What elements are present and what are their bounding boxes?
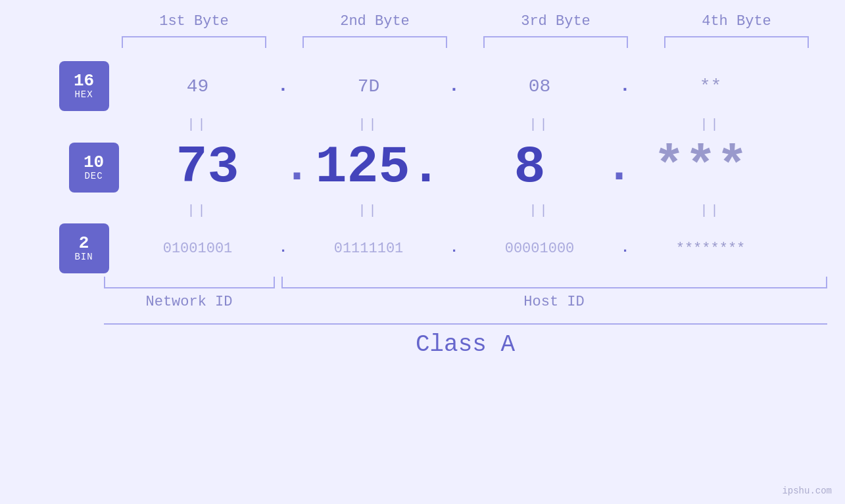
bin-badge-num: 2 bbox=[79, 235, 89, 252]
bin-dot3: . bbox=[616, 241, 635, 256]
dec-b3: 8 bbox=[454, 137, 606, 197]
hex-b1: 49 bbox=[122, 76, 274, 97]
hex-b3: 08 bbox=[464, 76, 616, 97]
byte2-header: 2nd Byte bbox=[299, 13, 450, 30]
dec-b1: 73 bbox=[132, 137, 283, 197]
bin-badge: 2 BIN bbox=[59, 223, 109, 273]
bin-b2: 01111101 bbox=[293, 241, 445, 257]
bottom-brackets bbox=[104, 277, 827, 288]
bracket-1 bbox=[122, 36, 266, 48]
dec-dot3: . bbox=[606, 145, 625, 191]
hex-badge-num: 16 bbox=[74, 72, 94, 89]
hex-dot2: . bbox=[445, 77, 464, 95]
dec-badge-num: 10 bbox=[84, 154, 104, 171]
eq2-b3: || bbox=[464, 203, 616, 218]
dec-b2: 125. bbox=[303, 137, 454, 197]
class-label: Class A bbox=[104, 331, 827, 358]
bottom-area: Network ID Host ID bbox=[104, 277, 827, 310]
eq2-b1: || bbox=[122, 203, 274, 218]
bin-b3: 00001000 bbox=[464, 241, 616, 257]
bin-row: 2 BIN 01001001 . 01111101 . 00001000 . *… bbox=[59, 223, 786, 273]
network-id-label: Network ID bbox=[104, 294, 275, 310]
byte3-header: 3rd Byte bbox=[480, 13, 631, 30]
bracket-3 bbox=[483, 36, 628, 48]
bin-b1: 01001001 bbox=[122, 241, 274, 257]
bin-badge-label: BIN bbox=[74, 252, 93, 262]
class-line bbox=[104, 323, 827, 325]
eq2-b4: || bbox=[635, 203, 786, 218]
hex-values: 49 . 7D . 08 . ** bbox=[122, 76, 786, 97]
byte4-header: 4th Byte bbox=[661, 13, 812, 30]
dec-values: 73 . 125. 8 . *** bbox=[132, 137, 777, 197]
eq1-b1: || bbox=[122, 117, 274, 132]
eq1-b3: || bbox=[464, 117, 616, 132]
hex-b4: ** bbox=[635, 76, 786, 97]
equals-row-1: || || || || bbox=[122, 111, 786, 137]
watermark: ipshu.com bbox=[782, 486, 832, 496]
dec-dot1: . bbox=[283, 145, 303, 191]
dec-b4: *** bbox=[625, 137, 777, 197]
bracket-2 bbox=[302, 36, 447, 48]
host-bracket bbox=[281, 277, 827, 288]
eq1-b2: || bbox=[293, 117, 445, 132]
hex-dot3: . bbox=[616, 77, 635, 95]
main-container: 1st Byte 2nd Byte 3rd Byte 4th Byte 16 H… bbox=[0, 0, 845, 504]
eq2-b2: || bbox=[293, 203, 445, 218]
byte1-header: 1st Byte bbox=[118, 13, 270, 30]
hex-dot1: . bbox=[274, 77, 293, 95]
hex-badge: 16 HEX bbox=[59, 61, 109, 111]
dec-row: 10 DEC 73 . 125. 8 . *** bbox=[69, 137, 777, 197]
hex-badge-label: HEX bbox=[74, 89, 93, 100]
network-bracket bbox=[104, 277, 275, 288]
host-id-label: Host ID bbox=[281, 294, 827, 310]
top-brackets bbox=[104, 36, 827, 48]
hex-row: 16 HEX 49 . 7D . 08 . ** bbox=[59, 61, 786, 111]
class-area: Class A bbox=[104, 323, 827, 358]
bracket-4 bbox=[664, 36, 809, 48]
bin-b4: ******** bbox=[635, 241, 786, 257]
bin-values: 01001001 . 01111101 . 00001000 . *******… bbox=[122, 241, 786, 257]
dec-badge: 10 DEC bbox=[69, 143, 119, 193]
equals-row-2: || || || || bbox=[122, 197, 786, 223]
dec-badge-label: DEC bbox=[84, 171, 103, 181]
bottom-labels: Network ID Host ID bbox=[104, 294, 827, 310]
bin-dot1: . bbox=[274, 241, 293, 256]
hex-b2: 7D bbox=[293, 76, 445, 97]
eq1-b4: || bbox=[635, 117, 786, 132]
byte-headers: 1st Byte 2nd Byte 3rd Byte 4th Byte bbox=[104, 13, 827, 30]
bin-dot2: . bbox=[445, 241, 464, 256]
